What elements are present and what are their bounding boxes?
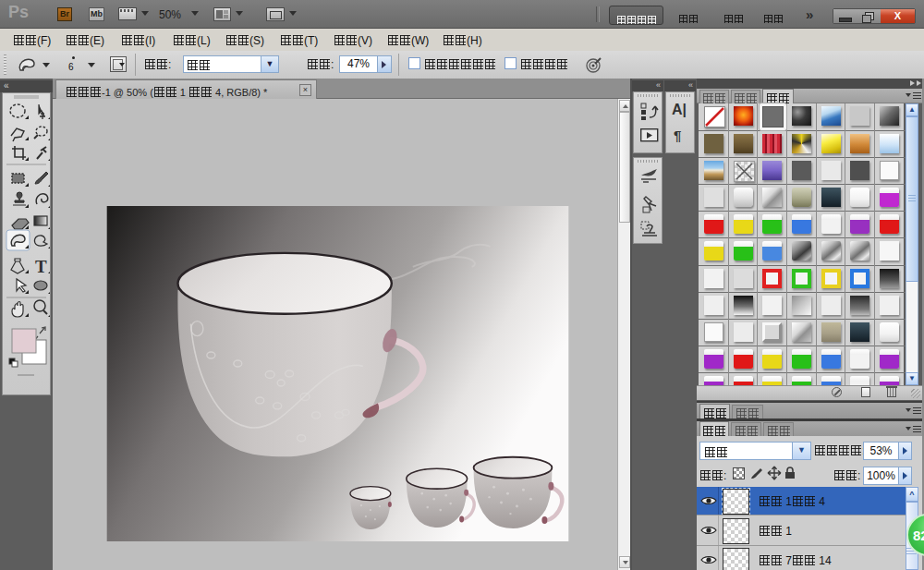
svg-text:T: T xyxy=(35,257,47,276)
